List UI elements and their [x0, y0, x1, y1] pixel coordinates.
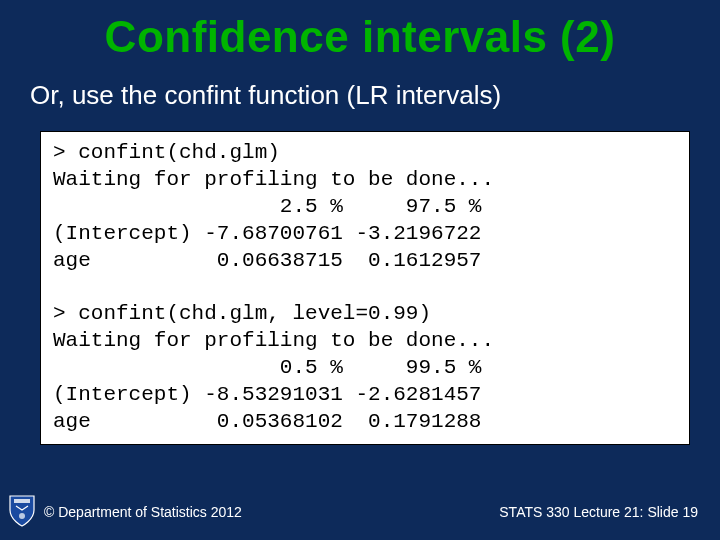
svg-rect-0	[14, 499, 30, 503]
slide-title: Confidence intervals (2)	[0, 0, 720, 62]
slide-number: STATS 330 Lecture 21: Slide 19	[499, 504, 698, 520]
university-crest-icon	[8, 494, 36, 528]
code-output-box: > confint(chd.glm) Waiting for profiling…	[40, 131, 690, 445]
copyright-text: © Department of Statistics 2012	[44, 504, 242, 520]
svg-point-1	[19, 513, 25, 519]
slide-subtitle: Or, use the confint function (LR interva…	[0, 62, 720, 121]
